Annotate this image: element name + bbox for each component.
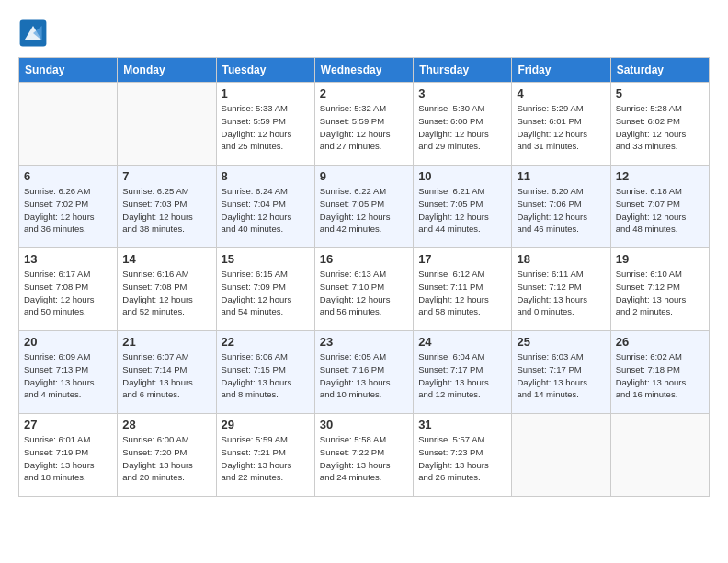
calendar-cell: 26Sunrise: 6:02 AM Sunset: 7:18 PM Dayli…: [610, 331, 709, 414]
day-info: Sunrise: 5:58 AM Sunset: 7:22 PM Dayligh…: [320, 433, 408, 484]
calendar-cell: 22Sunrise: 6:06 AM Sunset: 7:15 PM Dayli…: [216, 331, 314, 414]
day-number: 28: [122, 418, 210, 431]
day-info: Sunrise: 6:01 AM Sunset: 7:19 PM Dayligh…: [24, 433, 112, 484]
day-info: Sunrise: 6:20 AM Sunset: 7:06 PM Dayligh…: [517, 185, 605, 236]
calendar-header-saturday: Saturday: [610, 58, 709, 83]
calendar-week-row: 13Sunrise: 6:17 AM Sunset: 7:08 PM Dayli…: [19, 248, 710, 331]
calendar-cell: 14Sunrise: 6:16 AM Sunset: 7:08 PM Dayli…: [118, 248, 216, 331]
day-number: 5: [616, 86, 704, 100]
calendar-cell: 3Sunrise: 5:30 AM Sunset: 6:00 PM Daylig…: [414, 83, 512, 166]
calendar-cell: [610, 414, 709, 497]
calendar-cell: 8Sunrise: 6:24 AM Sunset: 7:04 PM Daylig…: [216, 166, 314, 248]
day-number: 26: [616, 335, 704, 349]
calendar-cell: 27Sunrise: 6:01 AM Sunset: 7:19 PM Dayli…: [19, 414, 118, 497]
calendar-cell: 20Sunrise: 6:09 AM Sunset: 7:13 PM Dayli…: [19, 331, 118, 414]
calendar-cell: 21Sunrise: 6:07 AM Sunset: 7:14 PM Dayli…: [118, 331, 216, 414]
day-number: 9: [320, 169, 408, 183]
day-number: 16: [320, 252, 408, 266]
calendar-cell: 30Sunrise: 5:58 AM Sunset: 7:22 PM Dayli…: [314, 414, 413, 497]
day-info: Sunrise: 6:09 AM Sunset: 7:13 PM Dayligh…: [24, 350, 112, 401]
day-number: 4: [517, 86, 605, 100]
day-number: 2: [320, 86, 408, 100]
calendar-cell: [19, 83, 118, 166]
calendar-table: SundayMondayTuesdayWednesdayThursdayFrid…: [18, 57, 710, 497]
day-info: Sunrise: 5:59 AM Sunset: 7:21 PM Dayligh…: [222, 433, 310, 484]
day-info: Sunrise: 6:21 AM Sunset: 7:05 PM Dayligh…: [418, 185, 506, 236]
day-info: Sunrise: 5:28 AM Sunset: 6:02 PM Dayligh…: [616, 102, 704, 153]
day-number: 20: [24, 335, 112, 349]
day-info: Sunrise: 6:16 AM Sunset: 7:08 PM Dayligh…: [122, 268, 210, 318]
calendar-cell: 17Sunrise: 6:12 AM Sunset: 7:11 PM Dayli…: [414, 248, 512, 331]
day-number: 24: [418, 335, 506, 349]
day-info: Sunrise: 6:07 AM Sunset: 7:14 PM Dayligh…: [122, 350, 210, 401]
day-number: 7: [122, 169, 210, 183]
calendar-week-row: 6Sunrise: 6:26 AM Sunset: 7:02 PM Daylig…: [19, 166, 710, 248]
calendar-header-sunday: Sunday: [19, 58, 118, 83]
calendar-week-row: 27Sunrise: 6:01 AM Sunset: 7:19 PM Dayli…: [19, 414, 710, 497]
day-number: 6: [24, 169, 112, 183]
calendar-cell: 24Sunrise: 6:04 AM Sunset: 7:17 PM Dayli…: [414, 331, 512, 414]
calendar-header-thursday: Thursday: [414, 58, 512, 83]
calendar-cell: 7Sunrise: 6:25 AM Sunset: 7:03 PM Daylig…: [118, 166, 216, 248]
day-info: Sunrise: 6:04 AM Sunset: 7:17 PM Dayligh…: [418, 350, 506, 401]
day-info: Sunrise: 6:17 AM Sunset: 7:08 PM Dayligh…: [24, 268, 112, 318]
calendar-header-wednesday: Wednesday: [314, 58, 413, 83]
calendar-header-row: SundayMondayTuesdayWednesdayThursdayFrid…: [19, 58, 710, 83]
calendar-cell: [512, 414, 610, 497]
calendar-cell: 23Sunrise: 6:05 AM Sunset: 7:16 PM Dayli…: [314, 331, 413, 414]
calendar-cell: 19Sunrise: 6:10 AM Sunset: 7:12 PM Dayli…: [610, 248, 709, 331]
day-info: Sunrise: 6:02 AM Sunset: 7:18 PM Dayligh…: [616, 350, 704, 401]
day-info: Sunrise: 5:33 AM Sunset: 5:59 PM Dayligh…: [222, 102, 310, 153]
day-info: Sunrise: 6:22 AM Sunset: 7:05 PM Dayligh…: [320, 185, 408, 236]
calendar-cell: 6Sunrise: 6:26 AM Sunset: 7:02 PM Daylig…: [19, 166, 118, 248]
calendar-header-friday: Friday: [512, 58, 610, 83]
calendar-cell: 31Sunrise: 5:57 AM Sunset: 7:23 PM Dayli…: [414, 414, 512, 497]
calendar-header-monday: Monday: [118, 58, 216, 83]
day-info: Sunrise: 6:25 AM Sunset: 7:03 PM Dayligh…: [122, 185, 210, 236]
day-info: Sunrise: 6:12 AM Sunset: 7:11 PM Dayligh…: [418, 268, 506, 318]
calendar-cell: 25Sunrise: 6:03 AM Sunset: 7:17 PM Dayli…: [512, 331, 610, 414]
day-info: Sunrise: 6:13 AM Sunset: 7:10 PM Dayligh…: [320, 268, 408, 318]
calendar-week-row: 1Sunrise: 5:33 AM Sunset: 5:59 PM Daylig…: [19, 83, 710, 166]
calendar-cell: 1Sunrise: 5:33 AM Sunset: 5:59 PM Daylig…: [216, 83, 314, 166]
day-info: Sunrise: 6:05 AM Sunset: 7:16 PM Dayligh…: [320, 350, 408, 401]
calendar-week-row: 20Sunrise: 6:09 AM Sunset: 7:13 PM Dayli…: [19, 331, 710, 414]
day-info: Sunrise: 6:26 AM Sunset: 7:02 PM Dayligh…: [24, 185, 112, 236]
day-info: Sunrise: 6:00 AM Sunset: 7:20 PM Dayligh…: [122, 433, 210, 484]
day-number: 19: [616, 252, 704, 266]
day-info: Sunrise: 6:18 AM Sunset: 7:07 PM Dayligh…: [616, 185, 704, 236]
logo: [18, 18, 51, 48]
day-number: 18: [517, 252, 605, 266]
day-number: 3: [418, 86, 506, 100]
calendar-cell: 2Sunrise: 5:32 AM Sunset: 5:59 PM Daylig…: [314, 83, 413, 166]
day-info: Sunrise: 6:03 AM Sunset: 7:17 PM Dayligh…: [517, 350, 605, 401]
day-number: 31: [418, 418, 506, 431]
day-info: Sunrise: 6:24 AM Sunset: 7:04 PM Dayligh…: [222, 185, 310, 236]
day-info: Sunrise: 5:30 AM Sunset: 6:00 PM Dayligh…: [418, 102, 506, 153]
day-number: 17: [418, 252, 506, 266]
day-number: 27: [24, 418, 112, 431]
day-number: 10: [418, 169, 506, 183]
calendar-cell: 9Sunrise: 6:22 AM Sunset: 7:05 PM Daylig…: [314, 166, 413, 248]
calendar-cell: 15Sunrise: 6:15 AM Sunset: 7:09 PM Dayli…: [216, 248, 314, 331]
calendar-cell: 29Sunrise: 5:59 AM Sunset: 7:21 PM Dayli…: [216, 414, 314, 497]
calendar-header-tuesday: Tuesday: [216, 58, 314, 83]
day-number: 1: [222, 86, 310, 100]
day-number: 14: [122, 252, 210, 266]
day-number: 22: [222, 335, 310, 349]
day-number: 21: [122, 335, 210, 349]
day-number: 30: [320, 418, 408, 431]
calendar-cell: 4Sunrise: 5:29 AM Sunset: 6:01 PM Daylig…: [512, 83, 610, 166]
page-header: [18, 18, 710, 48]
calendar-cell: 5Sunrise: 5:28 AM Sunset: 6:02 PM Daylig…: [610, 83, 709, 166]
logo-icon: [18, 18, 48, 48]
calendar-cell: 10Sunrise: 6:21 AM Sunset: 7:05 PM Dayli…: [414, 166, 512, 248]
calendar-cell: [118, 83, 216, 166]
day-info: Sunrise: 6:11 AM Sunset: 7:12 PM Dayligh…: [517, 268, 605, 318]
day-number: 12: [616, 169, 704, 183]
calendar-cell: 28Sunrise: 6:00 AM Sunset: 7:20 PM Dayli…: [118, 414, 216, 497]
day-number: 23: [320, 335, 408, 349]
day-info: Sunrise: 5:57 AM Sunset: 7:23 PM Dayligh…: [418, 433, 506, 484]
day-number: 11: [517, 169, 605, 183]
calendar-cell: 18Sunrise: 6:11 AM Sunset: 7:12 PM Dayli…: [512, 248, 610, 331]
